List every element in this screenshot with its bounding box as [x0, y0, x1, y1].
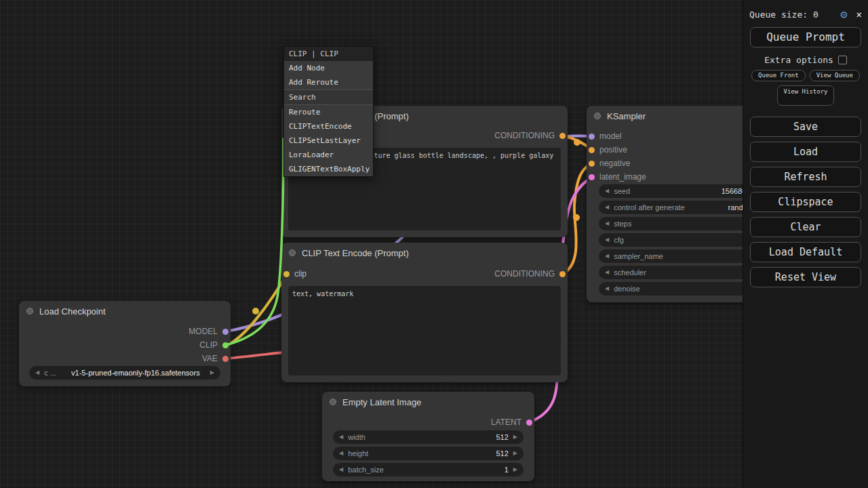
node-title: CLIP Text Encode (Prompt) [302, 248, 409, 258]
menu-item-clipsetlastlayer[interactable]: CLIPSetLastLayer [284, 134, 373, 148]
queue-size-label: Queue size: 0 [749, 9, 840, 20]
decrement-arrow-icon[interactable]: ◀ [605, 205, 609, 210]
clip-output-port[interactable] [222, 342, 229, 348]
widget-label: height [348, 449, 368, 458]
queue-front-button[interactable]: Queue Front [751, 70, 806, 81]
output-label-conditioning: CONDITIONING [494, 131, 555, 140]
input-label-clip: clip [294, 269, 307, 279]
node-graph-canvas[interactable]: Load Checkpoint MODEL CLIP VAE ◀ c ... v… [0, 0, 868, 488]
node-clip-text-encode-negative[interactable]: CLIP Text Encode (Prompt) clip CONDITION… [281, 243, 568, 382]
increment-arrow-icon[interactable]: ▶ [513, 434, 517, 440]
menu-item-cliptextencode[interactable]: CLIPTextEncode [284, 119, 373, 134]
widget-value: 512 [496, 433, 508, 441]
decrement-arrow-icon[interactable]: ◀ [339, 467, 343, 472]
node-empty-latent-image[interactable]: Empty Latent Image LATENT ◀ width 512 ▶ … [322, 392, 534, 481]
widget-label: steps [614, 220, 631, 228]
widget-label: seed [614, 187, 630, 195]
node-title: Load Checkpoint [39, 306, 106, 317]
output-label-conditioning: CONDITIONING [494, 269, 555, 279]
search-input[interactable]: Search [284, 89, 373, 105]
extra-options-checkbox[interactable] [838, 56, 847, 64]
close-icon[interactable]: ✕ [856, 9, 862, 20]
collapse-dot-icon[interactable] [26, 308, 33, 314]
decrement-arrow-icon[interactable]: ◀ [605, 188, 609, 194]
ckpt-name-widget[interactable]: ◀ c ... v1-5-pruned-emaonly-fp16.safeten… [29, 366, 220, 380]
extra-options-label: Extra options [764, 55, 833, 65]
wire-conditioning-positive-dot [574, 139, 580, 146]
widget-label: denoise [614, 285, 640, 293]
input-label-negative: negative [599, 159, 630, 168]
menu-item-gligentextboxapply[interactable]: GLIGENTextBoxApply [284, 162, 373, 176]
prompt-textarea[interactable]: text, watermark [288, 286, 561, 375]
widget-label: c ... [44, 369, 56, 377]
view-queue-button[interactable]: View Queue [810, 70, 860, 81]
reset-view-button[interactable]: Reset View [750, 267, 861, 287]
wire-clip-dragged [226, 139, 283, 345]
clipspace-button[interactable]: Clipspace [750, 192, 861, 212]
node-header[interactable]: Load Checkpoint [19, 301, 231, 321]
node-header[interactable]: Empty Latent Image [322, 392, 534, 412]
widget-label: cfg [614, 236, 624, 244]
height-widget[interactable]: ◀ height 512 ▶ [333, 447, 524, 460]
widget-label: scheduler [614, 268, 646, 277]
context-menu: CLIP | CLIP Add Node Add Reroute Search … [283, 46, 374, 177]
widget-value: v1-5-pruned-emaonly-fp16.safetensors [71, 369, 200, 377]
main-menu-panel: Queue size: 0 ⚙ ✕ Queue Prompt Extra opt… [743, 0, 868, 488]
increment-arrow-icon[interactable]: ▶ [513, 467, 517, 472]
conditioning-output-port[interactable] [559, 271, 566, 277]
load-default-button[interactable]: Load Default [750, 242, 861, 262]
collapse-dot-icon[interactable] [594, 113, 601, 119]
decrement-arrow-icon[interactable]: ◀ [605, 270, 609, 275]
vae-output-port[interactable] [222, 356, 229, 362]
node-title: Empty Latent Image [342, 397, 421, 407]
model-input-port[interactable] [589, 134, 595, 140]
refresh-button[interactable]: Refresh [750, 167, 861, 187]
batch-size-widget[interactable]: ◀ batch_size 1 ▶ [333, 463, 524, 476]
width-widget[interactable]: ◀ width 512 ▶ [333, 430, 524, 444]
collapse-dot-icon[interactable] [330, 399, 336, 405]
decrement-arrow-icon[interactable]: ◀ [339, 451, 343, 456]
menu-item-add-reroute[interactable]: Add Reroute [284, 75, 373, 89]
conditioning-output-port[interactable] [559, 133, 566, 139]
input-label-positive: positive [599, 145, 627, 155]
negative-input-port[interactable] [589, 161, 595, 167]
wire-clip-link-dot [252, 308, 259, 314]
wire-clip-link [226, 274, 287, 345]
load-button[interactable]: Load [750, 142, 861, 162]
decrement-arrow-icon[interactable]: ◀ [35, 370, 39, 375]
queue-prompt-button[interactable]: Queue Prompt [750, 27, 861, 47]
node-title: KSampler [607, 111, 646, 121]
view-history-button[interactable]: View History [777, 85, 834, 106]
save-button[interactable]: Save [750, 117, 861, 137]
latent-image-input-port[interactable] [589, 174, 595, 180]
decrement-arrow-icon[interactable]: ◀ [339, 434, 343, 440]
increment-arrow-icon[interactable]: ▶ [513, 451, 517, 456]
widget-label: sampler_name [614, 252, 663, 260]
positive-input-port[interactable] [589, 147, 595, 153]
decrement-arrow-icon[interactable]: ◀ [605, 237, 609, 243]
menu-item-reroute[interactable]: Reroute [284, 105, 373, 119]
output-label-clip: CLIP [199, 340, 218, 350]
output-label-latent: LATENT [491, 418, 521, 427]
clear-button[interactable]: Clear [750, 217, 861, 237]
settings-gear-icon[interactable]: ⚙ [840, 7, 847, 21]
menu-item-add-node[interactable]: Add Node [284, 61, 373, 75]
widget-label: width [348, 433, 366, 441]
decrement-arrow-icon[interactable]: ◀ [605, 253, 609, 259]
collapse-dot-icon[interactable] [289, 249, 296, 256]
output-label-model: MODEL [189, 327, 218, 336]
increment-arrow-icon[interactable]: ▶ [210, 370, 214, 375]
wire-conditioning-negative-dot [573, 214, 580, 221]
decrement-arrow-icon[interactable]: ◀ [605, 221, 609, 226]
context-menu-title: CLIP | CLIP [284, 47, 373, 61]
decrement-arrow-icon[interactable]: ◀ [605, 286, 609, 291]
menu-item-loraloader[interactable]: LoraLoader [284, 148, 373, 162]
clip-input-port[interactable] [283, 271, 290, 277]
widget-value: 1 [505, 466, 509, 474]
input-label-model: model [599, 131, 622, 141]
widget-value: 512 [496, 449, 508, 458]
model-output-port[interactable] [222, 329, 229, 335]
latent-output-port[interactable] [526, 420, 532, 426]
node-header[interactable]: CLIP Text Encode (Prompt) [281, 243, 568, 263]
node-load-checkpoint[interactable]: Load Checkpoint MODEL CLIP VAE ◀ c ... v… [19, 301, 231, 386]
